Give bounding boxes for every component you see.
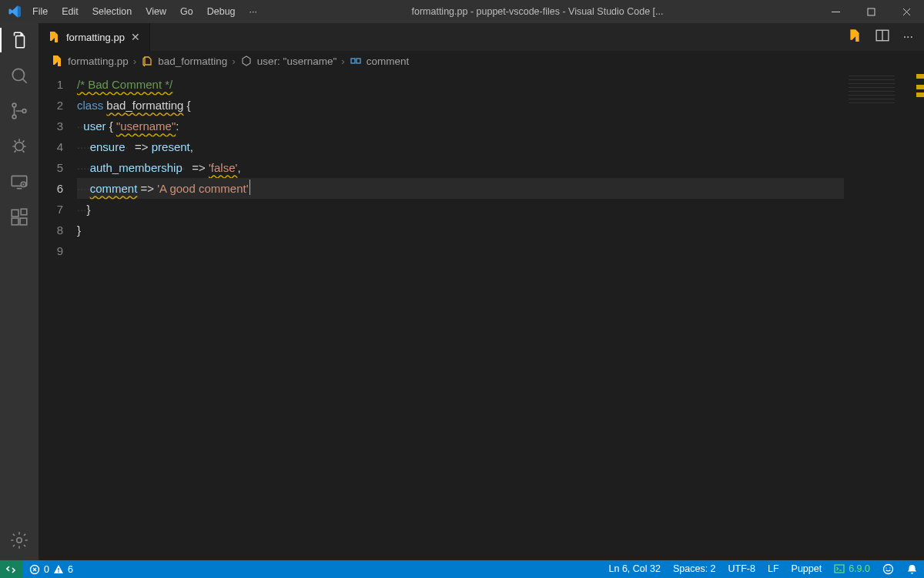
status-cursor-position[interactable]: Ln 6, Col 32 (603, 563, 667, 574)
code-line[interactable]: class bad_formatting { (77, 95, 844, 116)
svg-point-3 (12, 103, 16, 107)
svg-rect-18 (58, 568, 59, 571)
warning-marker[interactable] (916, 92, 924, 97)
code-line[interactable]: ····ensure· => present, (77, 136, 844, 157)
svg-rect-20 (835, 565, 844, 573)
menu-debug[interactable]: Debug (207, 6, 236, 17)
menu-overflow[interactable]: ··· (249, 6, 257, 17)
line-number: 5 (38, 157, 63, 178)
split-editor-icon[interactable] (875, 29, 889, 45)
code-line[interactable]: ···} (77, 199, 844, 220)
code-lines[interactable]: /* Bad Comment */ class bad_formatting {… (77, 71, 844, 560)
tab-bar: formatting.pp ✕ ··· (38, 23, 924, 51)
activity-explorer-icon[interactable] (8, 29, 30, 51)
status-problems[interactable]: 0 6 (23, 560, 79, 578)
line-number: 6 (38, 178, 63, 199)
code-line[interactable]: } (77, 220, 844, 240)
svg-rect-16 (357, 59, 360, 63)
chevron-right-icon: › (232, 55, 236, 67)
svg-rect-19 (58, 571, 59, 572)
editor-more-icon[interactable]: ··· (903, 30, 913, 44)
code-line[interactable] (77, 240, 844, 261)
menu-file[interactable]: File (32, 6, 48, 17)
title-bar: File Edit Selection View Go Debug ··· fo… (0, 0, 924, 23)
activity-extensions-icon[interactable] (8, 207, 30, 228)
menu-go[interactable]: Go (180, 6, 193, 17)
property-icon (350, 55, 362, 67)
status-warnings-count: 6 (68, 564, 73, 575)
text-cursor (249, 180, 250, 195)
status-errors-count: 0 (44, 564, 49, 575)
breadcrumb-attr-label: comment (367, 55, 410, 67)
breadcrumb-file[interactable]: formatting.pp (51, 55, 129, 67)
tab-formatting[interactable]: formatting.pp ✕ (38, 23, 150, 51)
svg-point-21 (884, 565, 893, 574)
status-feedback-icon[interactable] (876, 563, 900, 575)
warning-marker[interactable] (916, 74, 924, 79)
svg-rect-12 (21, 209, 27, 215)
svg-point-4 (12, 115, 16, 119)
code-line[interactable]: ··user { "username": (77, 116, 844, 136)
svg-rect-0 (832, 12, 840, 12)
editor-area: formatting.pp ✕ ··· formatting.pp › (38, 23, 924, 560)
status-pdk-version[interactable]: 6.9.0 (828, 563, 876, 574)
method-icon (240, 55, 253, 67)
status-encoding[interactable]: UTF-8 (722, 563, 762, 574)
activity-settings-icon[interactable] (8, 529, 30, 551)
overview-ruler[interactable] (913, 71, 924, 560)
activity-source-control-icon[interactable] (8, 100, 30, 122)
vscode-logo-icon (8, 5, 22, 18)
code-line[interactable]: ····comment => 'A good comment' (77, 178, 844, 199)
svg-rect-1 (868, 8, 875, 15)
editor-actions: ··· (848, 23, 924, 51)
status-remote-button[interactable] (0, 560, 23, 578)
status-indentation[interactable]: Spaces: 2 (667, 563, 722, 574)
chevron-right-icon: › (133, 55, 137, 67)
status-language[interactable]: Puppet (785, 563, 829, 574)
line-number: 1 (38, 74, 63, 95)
code-line[interactable]: ····auth_membership· => 'false', (77, 157, 844, 178)
warning-marker[interactable] (916, 85, 924, 89)
breadcrumb-attr[interactable]: comment (350, 55, 410, 67)
svg-point-2 (12, 69, 24, 80)
line-gutter: 1 2 3 4 5 6 7 8 9 (38, 71, 77, 560)
breadcrumb-class[interactable]: bad_formatting (141, 55, 227, 67)
window-controls (818, 0, 924, 23)
activity-remote-icon[interactable] (8, 171, 30, 193)
close-window-button[interactable] (889, 0, 924, 23)
menu-bar: File Edit Selection View Go Debug ··· (29, 6, 257, 17)
minimap[interactable] (844, 71, 913, 560)
svg-rect-11 (20, 218, 27, 225)
menu-view[interactable]: View (146, 6, 166, 17)
menu-selection[interactable]: Selection (92, 6, 132, 17)
close-tab-icon[interactable]: ✕ (131, 31, 140, 43)
menu-edit[interactable]: Edit (62, 6, 79, 17)
status-eol[interactable]: LF (762, 563, 785, 574)
maximize-button[interactable] (853, 0, 889, 23)
line-number: 4 (38, 136, 63, 157)
breadcrumb-resource-label: user: "username" (257, 55, 336, 67)
warning-icon (53, 564, 64, 575)
tab-label: formatting.pp (66, 32, 125, 43)
class-icon (141, 55, 153, 67)
status-bar: 0 6 Ln 6, Col 32 Spaces: 2 UTF-8 LF Pupp… (0, 560, 924, 578)
svg-rect-9 (12, 210, 18, 217)
breadcrumb[interactable]: formatting.pp › bad_formatting › user: "… (38, 51, 924, 71)
svg-rect-15 (351, 59, 355, 63)
svg-point-6 (15, 143, 24, 151)
status-notifications-icon[interactable] (900, 563, 924, 575)
puppet-file-icon (51, 55, 63, 67)
svg-point-13 (17, 538, 22, 543)
activity-debug-icon[interactable] (8, 136, 30, 157)
code-line[interactable]: /* Bad Comment */ (77, 74, 844, 95)
code-editor[interactable]: 1 2 3 4 5 6 7 8 9 /* Bad Comment */ clas… (38, 71, 924, 560)
minimize-button[interactable] (818, 0, 853, 23)
breadcrumb-file-label: formatting.pp (68, 55, 129, 67)
puppet-file-icon (48, 31, 60, 43)
breadcrumb-resource[interactable]: user: "username" (240, 55, 336, 67)
line-number: 3 (38, 116, 63, 136)
activity-search-icon[interactable] (8, 65, 30, 86)
puppet-action-icon[interactable] (848, 29, 862, 45)
svg-point-5 (22, 109, 26, 113)
terminal-icon (834, 563, 845, 574)
